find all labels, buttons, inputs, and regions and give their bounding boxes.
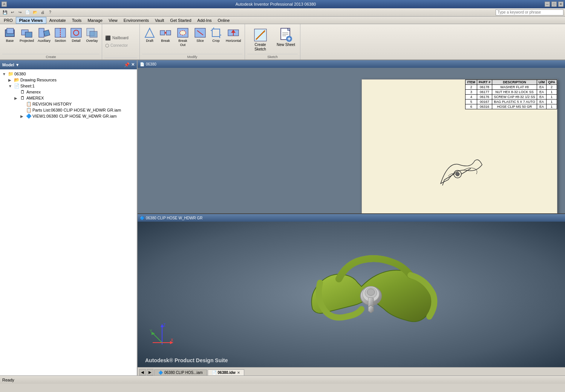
menu-view[interactable]: View [106, 17, 121, 23]
tree-item-drawing-resources[interactable]: ▶ 📂 Drawing Resources [2, 77, 135, 83]
svg-rect-15 [166, 31, 171, 35]
new-sheet-button[interactable]: New Sheet [274, 26, 298, 49]
svg-rect-11 [90, 31, 97, 37]
drawing-window-title: 06380 [146, 62, 156, 66]
detail-label: Detail [72, 39, 81, 43]
base-button[interactable]: Base [2, 26, 17, 44]
print-button[interactable]: 🖨 [39, 9, 46, 16]
tree-expand-view1[interactable]: ▶ [20, 114, 25, 118]
undo-button[interactable]: ↩ [9, 9, 16, 16]
sidebar-pin-button[interactable]: 📌 [124, 62, 130, 67]
new-button[interactable]: 📄 [24, 9, 31, 16]
projected-icon [21, 27, 33, 39]
menu-manage[interactable]: Manage [84, 17, 106, 23]
break-button[interactable]: Break [158, 26, 173, 44]
svg-rect-3 [25, 32, 32, 37]
tree-item-view1[interactable]: ▶ 🔷 VIEW1:06380 CLIP HOSE W_HDWR GR.iam [2, 113, 135, 119]
tab-nav-prev[interactable]: ◀ [139, 369, 146, 375]
save-button[interactable]: 💾 [2, 9, 8, 16]
tree-item-parts-list[interactable]: 📋 Parts List:06380 CLIP HOSE W_HDWR GR.i… [2, 107, 135, 113]
tree-item-06380[interactable]: ▼ 📁 06380 [2, 71, 135, 77]
tab-idw[interactable]: 📄 06380.idw ✕ [208, 369, 244, 375]
section-button[interactable]: Section [53, 26, 68, 44]
tree-item-AMEREX[interactable]: ▶ 🗒 AMEREX [2, 95, 135, 101]
open-button[interactable]: 📂 [32, 9, 38, 16]
menu-get-started[interactable]: Get Started [167, 17, 194, 23]
view3d-title: 06380 CLIP HOSE W_HDWR GR [146, 216, 202, 220]
close-button[interactable]: ✕ [558, 2, 563, 7]
tree-expand-AMEREX[interactable]: ▶ [14, 96, 19, 100]
3d-part [301, 234, 444, 355]
horizontal-button[interactable]: Horizontal [224, 26, 242, 44]
modify-group-label: Modify [142, 54, 242, 59]
quick-access-toolbar: 💾 ↩ ↪ 📄 📂 🖨 ? [0, 8, 565, 17]
svg-text:Y: Y [150, 329, 152, 333]
tree-item-amerex[interactable]: 🗒 Amerex [2, 89, 135, 95]
crop-button[interactable]: Crop [208, 26, 224, 44]
menu-environments[interactable]: Environments [121, 17, 152, 23]
svg-line-59 [153, 333, 162, 343]
overlay-button[interactable]: Overlay [84, 26, 100, 44]
drawing-canvas[interactable]: ITEM PART # DESCRIPTION U/M QPA 206178WA… [138, 68, 565, 213]
tree-label-sheet1: Sheet:1 [20, 84, 35, 88]
help-button[interactable]: ? [47, 9, 54, 16]
slice-button[interactable]: Slice [193, 26, 208, 44]
menu-online[interactable]: Online [215, 17, 233, 23]
parts-table-body: 206178WASHER FLAT #8EA2306177NUT HEX 8-3… [465, 85, 557, 109]
tree-item-revision-history[interactable]: 📋 REVISION HISTORY [2, 101, 135, 107]
tree-label-revision-history: REVISION HISTORY [32, 102, 72, 106]
menu-place-views[interactable]: Place Views [16, 17, 46, 24]
projected-button[interactable]: Projected [18, 26, 35, 44]
ribbon-group-create: Base Projected Auxiliary [0, 24, 102, 60]
svg-rect-8 [71, 28, 81, 37]
tab-idw-label: 06380.idw [218, 371, 236, 375]
coordinate-axes: Z X Y [149, 322, 171, 345]
tree-icon-revision-history: 📋 [26, 101, 32, 107]
nailboard-icon: ⬛ [105, 35, 111, 41]
create-sketch-icon [253, 28, 268, 43]
table-row: 406176SCREW CAP #8-32 1/2 SSEA1 [465, 95, 557, 100]
table-row: 606316HOSE CLIP MS 50 GREA1 [465, 104, 557, 109]
branding-prefix: Autodesk® [145, 357, 173, 363]
menu-pro[interactable]: PRO [1, 17, 16, 23]
drawing-window: 📄 06380 ITEM PART # DESCRIPTION U/M QP [138, 60, 565, 214]
menu-add-ins[interactable]: Add-Ins [194, 17, 215, 23]
tree-expand-sheet1[interactable]: ▼ [8, 84, 13, 88]
parts-table-header-um: U/M [537, 80, 547, 85]
tree-icon-parts-list: 📋 [26, 107, 32, 113]
tab-idw-close[interactable]: ✕ [237, 371, 240, 375]
sidebar-close-button[interactable]: ✕ [131, 62, 135, 67]
maximize-button[interactable]: □ [551, 2, 557, 7]
parts-table-header-qpa: QPA [547, 80, 557, 85]
nailboard-buttons: ⬛ Nailboard ⬡ Connector [104, 26, 137, 58]
create-sketch-button[interactable]: Create Sketch [247, 26, 273, 54]
ribbon: Base Projected Auxiliary [0, 24, 565, 60]
app-icon[interactable]: A [2, 2, 7, 7]
redo-button[interactable]: ↪ [17, 9, 23, 16]
connector-button[interactable]: ⬡ Connector [104, 43, 129, 49]
model-panel-title[interactable]: Model ▼ [2, 63, 20, 67]
drawing-part-sketch [433, 153, 486, 192]
nailboard-label: Nailboard [112, 36, 129, 40]
base-icon [4, 27, 16, 39]
auxiliary-button[interactable]: Auxiliary [36, 26, 52, 44]
menu-annotate[interactable]: Annotate [46, 17, 69, 23]
minimize-button[interactable]: ─ [545, 2, 550, 7]
tree-expand-06380[interactable]: ▼ [2, 72, 7, 76]
view3d-canvas[interactable]: Z X Y Autodesk® Product Design Suite [138, 222, 565, 367]
search-input[interactable] [496, 9, 563, 15]
tab-nav-next[interactable]: ▶ [147, 369, 153, 375]
tree-item-sheet1[interactable]: ▼ 📄 Sheet:1 [2, 83, 135, 89]
menu-vault[interactable]: Vault [152, 17, 167, 23]
nailboard-button[interactable]: ⬛ Nailboard [104, 35, 129, 41]
tab-iam[interactable]: 🔷 06380 CLIP HOS...iam [154, 369, 207, 375]
break-out-button[interactable]: Break Out [174, 26, 192, 48]
detail-icon [70, 27, 82, 39]
detail-button[interactable]: Detail [69, 26, 84, 44]
slice-label: Slice [196, 39, 204, 43]
modify-buttons: Draft Break [142, 26, 242, 54]
overlay-icon [86, 27, 98, 39]
tree-expand-drawing-resources[interactable]: ▶ [8, 78, 13, 82]
menu-tools[interactable]: Tools [69, 17, 85, 23]
draft-button[interactable]: Draft [142, 26, 157, 44]
